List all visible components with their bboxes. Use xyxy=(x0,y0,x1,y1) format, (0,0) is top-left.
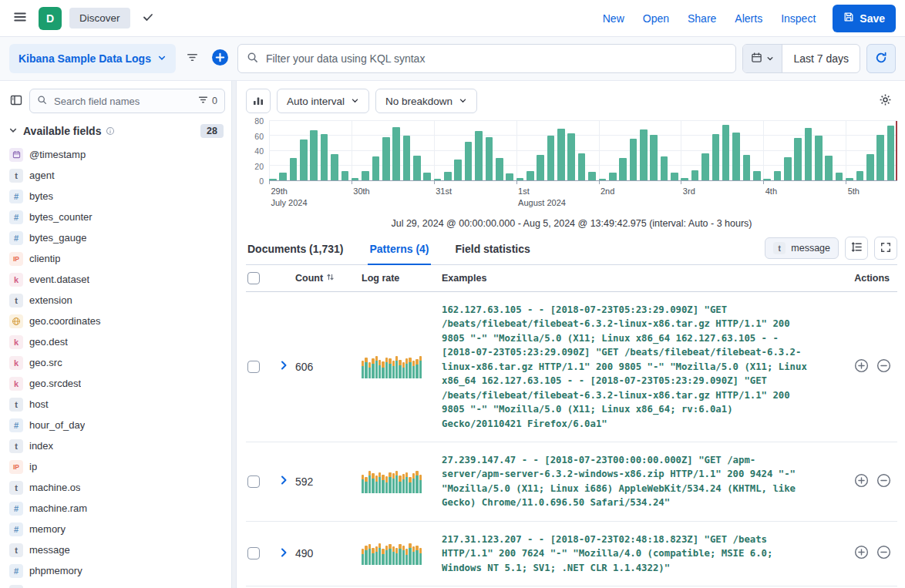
field-item-extension[interactable]: textension xyxy=(5,290,227,311)
field-item-referer[interactable]: treferer xyxy=(5,581,227,588)
select-all-checkbox[interactable] xyxy=(247,272,260,284)
breadcrumb-discover[interactable]: Discover xyxy=(69,8,130,29)
filter-for-pattern-button[interactable] xyxy=(854,545,869,562)
histogram-bar xyxy=(279,173,287,180)
nav-link-open[interactable]: Open xyxy=(643,12,669,25)
histogram-bar xyxy=(454,160,462,180)
expand-row-button[interactable] xyxy=(272,546,295,561)
x-axis-tick-label: 29thJuly 2024 xyxy=(271,186,307,209)
panel-resize-handle[interactable] xyxy=(231,81,237,588)
field-item-message[interactable]: tmessage xyxy=(5,539,227,560)
filter-for-pattern-button[interactable] xyxy=(854,473,869,490)
refresh-button[interactable] xyxy=(866,44,896,73)
space-avatar[interactable]: D xyxy=(39,7,62,30)
tabs-right-controls: t message xyxy=(765,237,897,264)
field-item-@timestamp[interactable]: @timestamp xyxy=(5,144,227,165)
filter-for-pattern-button[interactable] xyxy=(854,358,869,375)
time-range-value[interactable]: Last 7 days xyxy=(782,45,860,72)
filter-out-pattern-button[interactable] xyxy=(876,358,891,375)
field-item-clientip[interactable]: IPclientip xyxy=(5,248,227,269)
filter-out-pattern-button[interactable] xyxy=(876,545,891,562)
field-item-geo.coordinates[interactable]: geo.coordinates xyxy=(5,311,227,331)
interval-select[interactable]: Auto interval xyxy=(277,89,369,113)
field-item-bytes[interactable]: #bytes xyxy=(5,186,227,207)
chart-options-button[interactable] xyxy=(873,89,897,113)
histogram-bar xyxy=(784,157,792,180)
sparkline-bar xyxy=(399,544,401,565)
menu-button[interactable] xyxy=(9,6,31,30)
row-checkbox[interactable] xyxy=(247,475,260,488)
field-type-filter-button[interactable]: 0 xyxy=(198,95,217,107)
nav-link-inspect[interactable]: Inspect xyxy=(781,12,816,25)
field-item-machine.os[interactable]: tmachine.os xyxy=(5,477,227,498)
histogram-bar xyxy=(609,173,617,180)
filters-button[interactable] xyxy=(182,47,203,70)
field-item-bytes_gauge[interactable]: #bytes_gauge xyxy=(5,227,227,248)
field-item-event.dataset[interactable]: kevent.dataset xyxy=(5,269,227,290)
save-button[interactable]: Save xyxy=(833,5,896,32)
field-item-memory[interactable]: #memory xyxy=(5,519,227,539)
data-view-picker[interactable]: Kibana Sample Data Logs xyxy=(9,44,176,73)
expand-row-button[interactable] xyxy=(272,359,295,374)
field-item-phpmemory[interactable]: #phpmemory xyxy=(5,560,227,581)
count-column-header[interactable]: Count xyxy=(295,272,362,284)
tab-documents[interactable]: Documents (1,731) xyxy=(246,235,345,265)
histogram-plot[interactable] xyxy=(269,121,897,181)
quick-select-button[interactable] xyxy=(743,45,782,72)
field-item-geo.srcdest[interactable]: kgeo.srcdest xyxy=(5,373,227,394)
kql-search-input[interactable] xyxy=(264,52,727,66)
histogram-bar xyxy=(372,156,380,180)
collapse-panel-icon xyxy=(10,94,22,109)
field-item-hour_of_day[interactable]: #hour_of_day xyxy=(5,415,227,435)
sparkline-bar xyxy=(402,474,405,493)
edit-visualization-button[interactable] xyxy=(246,89,271,113)
minus-in-circle-icon xyxy=(876,364,891,375)
field-search-input[interactable] xyxy=(52,95,193,108)
patterns-table-header: Count Log rate Examples Actions xyxy=(246,265,897,292)
field-type-text-icon: t xyxy=(773,242,786,254)
sparkline-bar xyxy=(382,549,384,566)
histogram-bar xyxy=(465,142,473,180)
field-item-geo.src[interactable]: kgeo.src xyxy=(5,352,227,373)
examples-column-header: Examples xyxy=(442,273,829,284)
collapse-available-fields-button[interactable] xyxy=(8,125,19,138)
field-name: bytes_gauge xyxy=(29,232,86,244)
field-item-ip[interactable]: IPip xyxy=(5,456,227,477)
field-name: extension xyxy=(29,294,72,306)
histogram-bar xyxy=(547,136,555,180)
field-name: geo.dest xyxy=(29,336,68,348)
chevron-down-icon xyxy=(8,126,18,137)
fullscreen-button[interactable] xyxy=(874,237,897,260)
filter-out-pattern-button[interactable] xyxy=(876,473,891,490)
field-item-agent[interactable]: tagent xyxy=(5,165,227,186)
interval-label: Auto interval xyxy=(287,96,345,107)
histogram-bar xyxy=(794,138,802,180)
nav-link-new[interactable]: New xyxy=(603,12,624,25)
sparkline-bar xyxy=(378,543,381,566)
x-axis-tick xyxy=(599,181,600,184)
collapse-sidebar-button[interactable] xyxy=(6,90,26,113)
nav-link-share[interactable]: Share xyxy=(688,12,716,25)
field-item-machine.ram[interactable]: #machine.ram xyxy=(5,498,227,519)
field-item-host[interactable]: thost xyxy=(5,394,227,415)
sparkline-bar xyxy=(389,358,391,378)
tab-patterns[interactable]: Patterns (4) xyxy=(368,235,430,265)
add-filter-button[interactable] xyxy=(209,46,231,71)
field-type-keyword-icon: k xyxy=(9,356,23,370)
row-height-button[interactable] xyxy=(845,237,868,260)
nav-link-alerts[interactable]: Alerts xyxy=(735,12,762,25)
x-axis-tick xyxy=(352,181,352,184)
expand-row-button[interactable] xyxy=(272,474,295,489)
sparkline-bar xyxy=(415,471,418,493)
field-item-index[interactable]: tindex xyxy=(5,435,227,456)
tab-field-statistics[interactable]: Field statistics xyxy=(454,235,532,265)
sparkline-bar xyxy=(395,356,398,378)
saved-search-check-button[interactable] xyxy=(138,7,158,29)
field-item-geo.dest[interactable]: kgeo.dest xyxy=(5,331,227,352)
info-icon[interactable] xyxy=(106,126,115,136)
breakdown-select[interactable]: No breakdown xyxy=(375,89,477,113)
row-checkbox[interactable] xyxy=(247,547,260,559)
message-field-badge[interactable]: t message xyxy=(765,237,839,259)
field-item-bytes_counter[interactable]: #bytes_counter xyxy=(5,207,227,227)
row-checkbox[interactable] xyxy=(247,361,260,373)
